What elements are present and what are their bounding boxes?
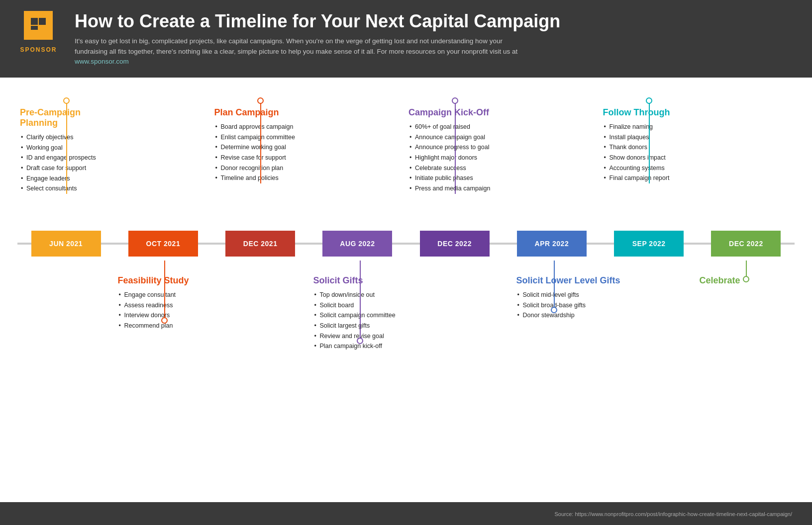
- vline-follow-through: [649, 101, 650, 183]
- svg-rect-0: [31, 18, 38, 25]
- date-dec2022a: DEC 2022: [406, 227, 503, 261]
- phase-title-solicit-lower: Solicit Lower Level Gifts: [516, 275, 695, 286]
- logo: SPONSOR: [20, 11, 60, 51]
- svg-rect-2: [31, 26, 38, 30]
- dot-solicit-gifts: [357, 338, 363, 344]
- vline-plan-campaign: [260, 101, 261, 183]
- phase-solicit-gifts: Solicit Gifts Top down/inside out Solici…: [311, 261, 409, 351]
- sponsor-link[interactable]: www.sponsor.com: [75, 58, 129, 65]
- timeline-container: Pre-Campaign Planning Clarify objectives…: [17, 90, 795, 380]
- vline-kickoff: [455, 101, 456, 193]
- list-item: Select consultants: [20, 183, 109, 194]
- phase-title-pre-campaign: Pre-Campaign Planning: [20, 107, 109, 128]
- infographic: SPONSOR How to Create a Timeline for You…: [0, 0, 812, 525]
- header: SPONSOR How to Create a Timeline for You…: [0, 0, 812, 78]
- list-item: Clarify objectives: [20, 132, 109, 143]
- dot-plan-campaign: [257, 97, 264, 104]
- list-item: Engage leaders: [20, 174, 109, 184]
- phase-follow-through: Follow Through Finalize naming Install p…: [601, 90, 698, 183]
- header-title: How to Create a Timeline for Your Next C…: [75, 11, 792, 31]
- list-item: ID and engage prospects: [20, 153, 109, 163]
- footer: Source: https://www.nonprofitpro.com/pos…: [0, 502, 812, 525]
- vline-solicit-gifts: [360, 261, 361, 341]
- vline-solicit-lower: [554, 261, 555, 310]
- vline-pre-campaign: [66, 101, 67, 194]
- header-content: How to Create a Timeline for Your Next C…: [75, 11, 792, 67]
- list-item: Solicit broad-base gifts: [516, 300, 695, 311]
- content-area: Pre-Campaign Planning Clarify objectives…: [0, 78, 812, 497]
- footer-source: Source: https://www.nonprofitpro.com/pos…: [555, 511, 793, 517]
- vline-feasibility: [164, 261, 165, 320]
- list-item: Draft case for support: [20, 163, 109, 174]
- phase-pre-campaign: Pre-Campaign Planning Clarify objectives…: [17, 90, 114, 194]
- phase-kickoff: Campaign Kick-Off 60%+ of goal raised An…: [406, 90, 503, 193]
- phase-plan-campaign: Plan Campaign Board approves campaign En…: [212, 90, 309, 183]
- list-item: Solicit mid-level gifts: [516, 290, 695, 300]
- list-item: Donor stewardship: [516, 310, 695, 321]
- svg-rect-1: [39, 18, 46, 25]
- phase-celebrate: Celebrate: [697, 261, 795, 290]
- dot-celebrate: [743, 276, 749, 282]
- phase-feasibility: Feasibility Study Engage consultant Asse…: [115, 261, 213, 331]
- date-dec2021: DEC 2021: [212, 227, 309, 261]
- phase-list-pre-campaign: Clarify objectives Working goal ID and e…: [20, 132, 109, 194]
- phase-solicit-lower: Solicit Lower Level Gifts Solicit mid-le…: [507, 261, 697, 321]
- list-item: Working goal: [20, 143, 109, 153]
- dot-feasibility: [161, 317, 168, 324]
- date-apr2022: APR 2022: [503, 227, 600, 261]
- date-aug2022: AUG 2022: [309, 227, 406, 261]
- dot-kickoff: [452, 97, 458, 104]
- date-jun2021: JUN 2021: [17, 227, 114, 261]
- dot-follow-through: [646, 97, 652, 104]
- logo-label: SPONSOR: [20, 46, 57, 53]
- date-strip: JUN 2021 OCT 2021 DEC 2021 AUG 2022 DEC …: [17, 227, 795, 261]
- date-sep2022: SEP 2022: [601, 227, 698, 261]
- dot-pre-campaign: [63, 97, 70, 104]
- header-desc: It's easy to get lost in big, complicate…: [75, 36, 522, 67]
- date-oct2021: OCT 2021: [114, 227, 211, 261]
- date-dec2022b: DEC 2022: [698, 227, 795, 261]
- phase-list-solicit-lower: Solicit mid-level gifts Solicit broad-ba…: [516, 290, 695, 321]
